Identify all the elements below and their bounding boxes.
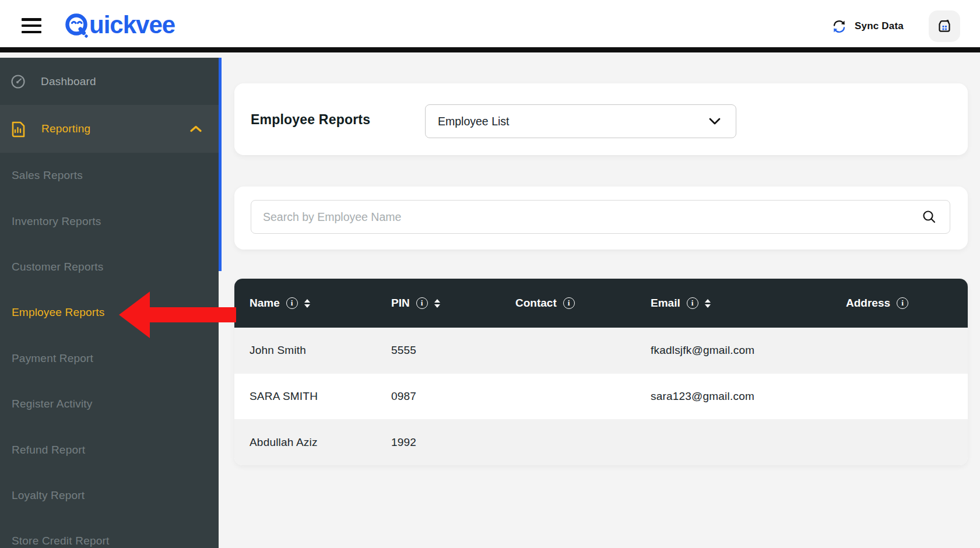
content-area: Employee Reports Employee List Name [221,58,980,548]
sidebar: Dashboard Reporting Sales Reports Invent… [0,58,219,548]
cell-name: John Smith [250,344,391,357]
chevron-up-icon[interactable] [189,125,202,133]
sidebar-item-label: Payment Report [12,352,93,365]
report-header-card: Employee Reports Employee List [234,83,968,155]
sync-data-button[interactable]: Sync Data [832,15,904,38]
info-icon[interactable] [286,297,298,309]
cell-name: SARA SMITH [250,390,391,403]
info-icon[interactable] [563,297,575,309]
cell-name: Abdullah Aziz [250,436,391,449]
column-header-pin[interactable]: PIN [391,297,515,310]
sort-icon[interactable] [304,299,310,308]
cell-pin: 0987 [391,390,515,403]
column-label: Name [250,297,280,310]
table-header-row: Name PIN Contact Email Address [234,279,968,328]
table-row: John Smith 5555 fkadlsjfk@gmail.com [234,328,968,374]
search-icon[interactable] [922,209,937,224]
sidebar-item-store-credit-report[interactable]: Store Credit Report [0,518,219,548]
column-header-email[interactable]: Email [651,297,846,310]
info-icon[interactable] [687,297,698,309]
sidebar-item-label: Refund Report [12,444,85,456]
sidebar-item-label: Loyalty Report [12,489,85,502]
sidebar-item-customer-reports[interactable]: Customer Reports [0,244,219,290]
info-icon[interactable] [897,297,908,309]
sidebar-item-label: Store Credit Report [12,535,109,547]
column-header-contact[interactable]: Contact [515,297,651,310]
sync-data-label: Sync Data [855,20,904,32]
logo-wordmark: uickvee [89,13,175,40]
sidebar-scrollbar-thumb[interactable] [219,58,222,271]
top-bar: uickvee Sync Data [0,0,980,52]
info-icon[interactable] [416,297,428,309]
table-row: SARA SMITH 0987 sara123@gmail.com [234,374,968,420]
cell-pin: 1992 [391,436,515,449]
sidebar-item-label: Inventory Reports [12,215,101,228]
chevron-down-icon [709,118,721,125]
cell-email: sara123@gmail.com [651,390,846,403]
cell-pin: 5555 [391,344,515,357]
sidebar-item-label: Dashboard [41,75,96,88]
store-selector-button[interactable] [929,10,960,42]
search-card [234,187,968,250]
sort-icon[interactable] [705,299,711,308]
logo-q-face-icon [64,11,91,41]
sidebar-item-sales-reports[interactable]: Sales Reports [0,153,219,198]
sidebar-item-inventory-reports[interactable]: Inventory Reports [0,198,219,244]
menu-icon[interactable] [22,18,41,33]
sidebar-item-refund-report[interactable]: Refund Report [0,427,219,472]
sidebar-item-label: Customer Reports [12,261,103,273]
sidebar-item-reporting[interactable]: Reporting [0,105,219,153]
column-header-address[interactable]: Address [846,297,968,310]
cell-email: fkadlsjfk@gmail.com [651,344,846,357]
sidebar-item-employee-reports[interactable]: Employee Reports [0,290,219,335]
sidebar-item-payment-report[interactable]: Payment Report [0,336,219,381]
column-label: PIN [391,297,410,310]
sidebar-item-loyalty-report[interactable]: Loyalty Report [0,473,219,518]
report-document-icon [10,120,26,138]
column-label: Address [846,297,890,310]
report-type-selected-value: Employee List [438,115,509,128]
sidebar-item-label: Sales Reports [12,169,83,182]
sidebar-item-register-activity[interactable]: Register Activity [0,381,219,427]
sidebar-item-label: Register Activity [12,398,93,410]
employee-search-box [251,200,950,234]
report-type-select[interactable]: Employee List [425,104,736,138]
employee-search-input[interactable] [251,201,950,233]
column-label: Email [651,297,680,310]
page-title: Employee Reports [251,111,370,127]
employee-table: Name PIN Contact Email Address [234,279,968,465]
reporting-submenu: Sales Reports Inventory Reports Customer… [0,153,219,548]
sidebar-item-dashboard[interactable]: Dashboard [0,58,219,105]
sidebar-item-label: Employee Reports [12,306,105,319]
dashboard-gauge-icon [10,74,26,89]
sidebar-item-label: Reporting [41,122,90,135]
quickvee-logo[interactable]: uickvee [64,9,175,43]
sort-icon[interactable] [434,299,440,308]
storefront-icon [936,17,953,35]
column-label: Contact [515,297,557,310]
table-row: Abdullah Aziz 1992 [234,419,968,465]
column-header-name[interactable]: Name [250,297,391,310]
sync-icon [832,20,846,33]
